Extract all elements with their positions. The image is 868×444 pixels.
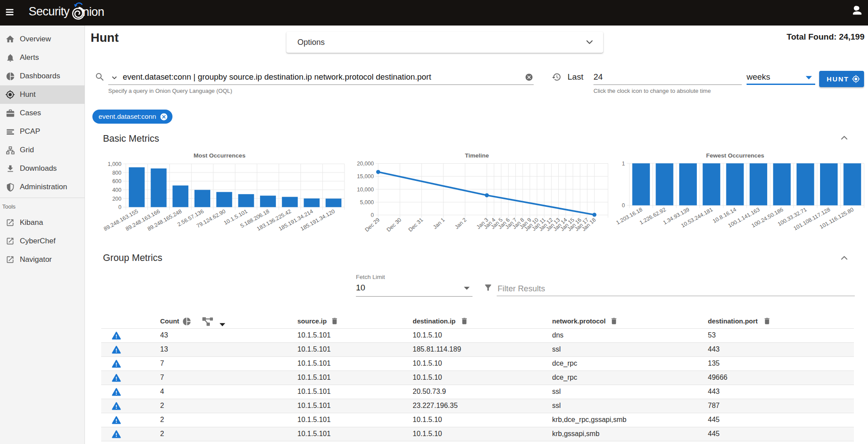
svg-text:Jan 1: Jan 1: [432, 217, 446, 231]
svg-text:1,000: 1,000: [108, 161, 121, 167]
svg-text:400: 400: [112, 187, 121, 193]
svg-text:Dec 29: Dec 29: [364, 216, 381, 233]
svg-text:Dec 30: Dec 30: [385, 216, 403, 233]
svg-text:Jan 2: Jan 2: [454, 217, 468, 231]
svg-text:Fewest Occurrences: Fewest Occurrences: [706, 152, 764, 159]
svg-text:800: 800: [112, 170, 121, 176]
svg-text:1.203.16.18: 1.203.16.18: [615, 206, 644, 226]
svg-text:1: 1: [622, 161, 625, 167]
svg-text:15,000: 15,000: [357, 173, 374, 180]
svg-text:5,000: 5,000: [360, 199, 374, 205]
svg-text:0: 0: [371, 212, 374, 218]
svg-text:200: 200: [112, 196, 121, 202]
svg-text:0: 0: [118, 204, 121, 210]
svg-text:Timeline: Timeline: [465, 152, 489, 159]
svg-text:0: 0: [622, 202, 625, 209]
svg-text:20,000: 20,000: [357, 161, 374, 167]
svg-text:Most Occurrences: Most Occurrences: [194, 152, 245, 159]
svg-text:Dec 31: Dec 31: [407, 216, 425, 233]
svg-text:10,000: 10,000: [357, 187, 374, 193]
svg-text:1.226.62.92: 1.226.62.92: [638, 206, 667, 226]
svg-text:600: 600: [112, 178, 121, 184]
